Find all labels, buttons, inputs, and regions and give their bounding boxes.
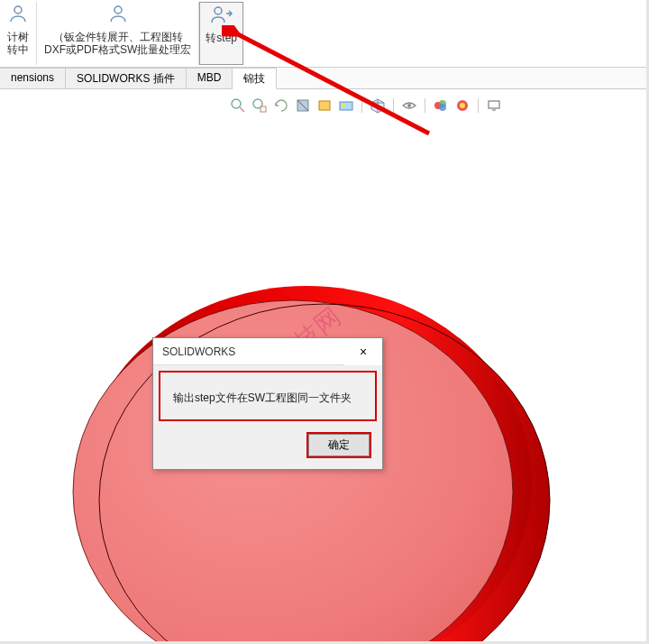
svg-point-11 [342,104,345,107]
ok-button[interactable]: 确定 [306,432,371,458]
tab-jinji[interactable]: 锦技 [233,68,277,89]
dialog-titlebar[interactable]: SOLIDWORKS × [153,338,382,365]
ribbon-label-batch: （钣金件转展开、工程图转 DXF或PDF格式SW批量处理宏 [44,31,191,56]
dialog-actions: 确定 [153,427,382,469]
tab-strip: nensions SOLIDWORKS 插件 MBD 锦技 [0,68,649,89]
svg-point-2 [215,7,222,14]
box-icon[interactable] [370,97,386,114]
svg-point-0 [14,6,22,14]
svg-point-3 [232,99,241,108]
tab-solidworks-addins[interactable]: SOLIDWORKS 插件 [66,68,187,88]
separator [478,98,479,113]
separator [361,98,362,113]
user-icon [8,4,28,29]
separator [425,98,425,113]
zoom-icon[interactable] [230,97,246,114]
rotate-icon[interactable] [273,97,289,114]
svg-line-4 [240,107,244,112]
ribbon-label-step: 转step [206,32,237,44]
svg-point-17 [460,103,465,108]
ribbon-group-step[interactable]: 转step [199,2,243,65]
svg-point-15 [439,104,446,111]
ribbon-group-tree[interactable]: 计树 转中 [0,2,37,65]
user-arrow-icon [210,5,233,30]
ribbon-label-tree: 计树 转中 [7,31,29,56]
view-toolbar [230,97,502,114]
svg-rect-18 [489,101,499,108]
message-dialog: SOLIDWORKS × 输出step文件在SW工程图同一文件夹 确定 [152,337,383,470]
close-icon[interactable]: × [344,338,382,365]
zoom-area-icon[interactable] [251,97,268,114]
svg-point-12 [407,104,411,107]
svg-point-1 [114,6,122,14]
tab-dimensions[interactable]: nensions [0,68,66,88]
ribbon-group-batch[interactable]: （钣金件转展开、工程图转 DXF或PDF格式SW批量处理宏 [37,2,199,65]
appearance-icon[interactable] [433,97,449,114]
dialog-title: SOLIDWORKS [162,345,344,358]
user-icon [108,4,128,29]
dialog-message: 输出step文件在SW工程图同一文件夹 [173,391,352,406]
eye-icon[interactable] [401,97,417,114]
separator [393,98,394,113]
monitor-icon[interactable] [486,97,502,114]
ribbon: 计树 转中 （钣金件转展开、工程图转 DXF或PDF格式SW批量处理宏 转ste… [0,0,649,68]
svg-rect-9 [319,101,330,110]
display-style-icon[interactable] [316,97,333,114]
tab-mbd[interactable]: MBD [187,68,233,88]
section-icon[interactable] [295,97,311,114]
decal-icon[interactable] [454,97,471,114]
scene-icon[interactable] [338,97,354,114]
dialog-body: 输出step文件在SW工程图同一文件夹 [159,371,377,421]
